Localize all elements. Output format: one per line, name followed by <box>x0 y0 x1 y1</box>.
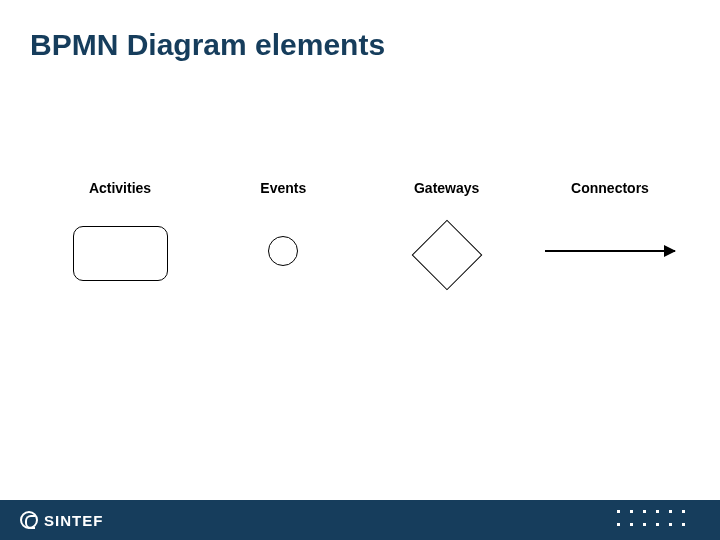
bpmn-elements-row: Activities Events Gateways Connectors <box>40 180 690 281</box>
event-shape-icon <box>268 236 298 266</box>
footer-bar: SINTEF <box>0 500 720 540</box>
sintef-logo-text: SINTEF <box>44 512 103 529</box>
slide-title: BPMN Diagram elements <box>30 28 385 62</box>
footer-dots-decoration <box>617 510 690 531</box>
activities-label: Activities <box>89 180 151 196</box>
activities-column: Activities <box>40 180 200 281</box>
gateway-shape-icon <box>411 220 482 291</box>
activity-shape-icon <box>73 226 168 281</box>
connector-arrow-icon <box>545 250 675 252</box>
sintef-logo-icon <box>20 511 38 529</box>
gateways-label: Gateways <box>414 180 479 196</box>
events-label: Events <box>260 180 306 196</box>
events-column: Events <box>203 180 363 281</box>
connectors-label: Connectors <box>571 180 649 196</box>
sintef-logo: SINTEF <box>20 511 103 529</box>
gateways-column: Gateways <box>367 180 527 281</box>
connectors-column: Connectors <box>530 180 690 281</box>
